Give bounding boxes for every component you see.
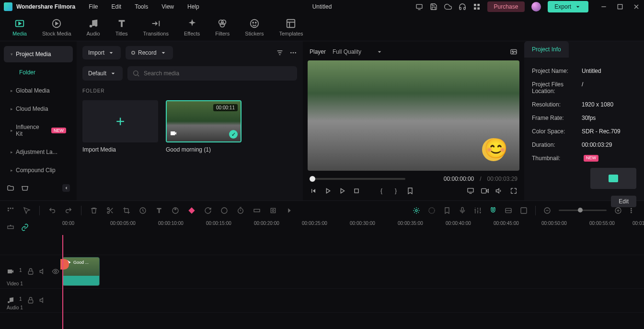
new-folder-icon[interactable] <box>7 184 14 192</box>
video-track[interactable]: 1 Video 1 Good ... <box>0 255 644 289</box>
filter-icon[interactable] <box>276 49 284 57</box>
device-icon[interactable] <box>415 3 423 11</box>
link-track-icon[interactable] <box>505 207 512 214</box>
speed-icon[interactable] <box>139 207 147 214</box>
magnetic-icon[interactable] <box>489 207 497 214</box>
sidebar-cloud-media[interactable]: ▸Cloud Media <box>4 101 73 117</box>
more-icon[interactable] <box>289 49 297 57</box>
color-icon[interactable] <box>172 207 179 214</box>
sidebar-folder[interactable]: Folder <box>4 64 73 81</box>
marker-dropdown-icon[interactable] <box>406 187 414 195</box>
crop-icon[interactable] <box>123 207 130 214</box>
tab-media[interactable]: Media <box>8 15 32 39</box>
sidebar-global-media[interactable]: ▸Global Media <box>4 82 73 99</box>
media-clip-card[interactable]: 00:00:11 ✓ Good morning (1) <box>166 100 242 153</box>
split-icon[interactable] <box>106 207 114 214</box>
scrub-bar[interactable] <box>310 178 405 180</box>
save-icon[interactable] <box>430 3 437 11</box>
zoom-slider[interactable] <box>559 210 607 211</box>
sidebar-influence-kit[interactable]: ▸Influence KitNEW <box>4 119 73 142</box>
new-bin-icon[interactable] <box>21 184 29 192</box>
track-icon[interactable] <box>253 207 261 214</box>
fullscreen-icon[interactable] <box>510 187 518 195</box>
undo-icon[interactable] <box>48 207 56 214</box>
menu-view[interactable]: View <box>161 3 174 10</box>
playhead[interactable] <box>62 235 63 329</box>
lock-icon[interactable] <box>27 268 34 275</box>
import-media-card[interactable]: + Import Media <box>82 100 158 153</box>
mixer-icon[interactable] <box>474 207 482 214</box>
purchase-button[interactable]: Purchase <box>487 1 525 12</box>
apps-icon[interactable] <box>473 3 481 11</box>
tab-templates[interactable]: Templates <box>274 15 308 39</box>
menu-tools[interactable]: Tools <box>135 3 148 10</box>
project-info-tab[interactable]: Project Info <box>524 41 569 58</box>
audio-track[interactable]: 1 Audio 1 <box>0 289 644 313</box>
prev-frame-icon[interactable] <box>310 187 317 195</box>
thumbnail-preview[interactable] <box>590 168 636 189</box>
timer-icon[interactable] <box>237 207 244 214</box>
sidebar-compound-clip[interactable]: ▸Compound Clip <box>4 162 73 178</box>
mic-icon[interactable] <box>459 207 466 214</box>
user-avatar[interactable] <box>531 2 541 12</box>
play-backward-icon[interactable] <box>324 187 332 195</box>
add-track-icon[interactable] <box>7 223 14 231</box>
link-icon[interactable] <box>21 223 29 231</box>
mute-icon[interactable] <box>39 268 47 275</box>
snapshot-icon[interactable] <box>510 48 518 56</box>
sort-dropdown[interactable]: Default <box>82 66 123 81</box>
focus-icon[interactable] <box>269 207 277 214</box>
delete-icon[interactable] <box>90 207 98 214</box>
tab-stock-media[interactable]: Stock Media <box>37 15 76 39</box>
headphones-icon[interactable] <box>459 3 466 11</box>
expand-icon[interactable] <box>286 207 293 214</box>
marker-icon[interactable] <box>443 207 451 214</box>
quality-dropdown[interactable]: Full Quality <box>333 48 383 56</box>
menu-file[interactable]: File <box>89 3 98 10</box>
keyframe-icon[interactable] <box>188 207 196 214</box>
volume-icon[interactable] <box>495 187 503 195</box>
preview-viewport[interactable] <box>308 60 519 171</box>
stop-icon[interactable] <box>353 187 360 195</box>
mark-in-icon[interactable]: { <box>378 187 385 195</box>
search-input[interactable] <box>127 66 297 81</box>
playhead-handle[interactable] <box>60 259 69 270</box>
text-icon[interactable] <box>155 207 163 214</box>
close-button[interactable] <box>632 3 640 11</box>
menu-help[interactable]: Help <box>187 3 199 10</box>
maximize-button[interactable] <box>616 3 624 11</box>
minimize-button[interactable] <box>600 3 608 11</box>
zoom-in-icon[interactable] <box>614 207 622 214</box>
render-icon[interactable] <box>520 207 528 214</box>
redo-icon[interactable] <box>65 207 72 214</box>
enhance-icon[interactable] <box>428 207 436 214</box>
arrange-icon[interactable] <box>7 207 14 214</box>
tab-audio[interactable]: Audio <box>82 15 105 39</box>
sidebar-adjustment-layer[interactable]: ▸Adjustment La... <box>4 144 73 160</box>
zoom-out-icon[interactable] <box>543 207 551 214</box>
import-dropdown[interactable]: Import <box>82 46 121 59</box>
view-options-icon[interactable] <box>630 207 637 214</box>
audio-mute-icon[interactable] <box>39 296 47 304</box>
export-button[interactable]: Export <box>548 1 588 12</box>
audio-lock-icon[interactable] <box>27 296 34 304</box>
rotate-icon[interactable] <box>204 207 212 214</box>
record-dropdown[interactable]: Record <box>126 46 173 59</box>
color-match-icon[interactable] <box>220 207 228 214</box>
cloud-icon[interactable] <box>444 3 452 11</box>
tab-effects[interactable]: Effects <box>179 15 205 39</box>
menu-edit[interactable]: Edit <box>111 3 121 10</box>
ai-icon[interactable] <box>413 207 420 214</box>
camera-icon[interactable] <box>481 187 489 195</box>
play-icon[interactable] <box>338 187 346 195</box>
display-icon[interactable] <box>467 187 474 195</box>
collapse-sidebar-icon[interactable] <box>62 184 70 192</box>
sidebar-project-media[interactable]: ▾Project Media <box>4 46 73 62</box>
eye-icon[interactable] <box>52 268 59 275</box>
mark-out-icon[interactable]: } <box>392 187 400 195</box>
tab-stickers[interactable]: Stickers <box>240 15 268 39</box>
select-tool-icon[interactable] <box>23 207 31 214</box>
tab-filters[interactable]: Filters <box>210 15 234 39</box>
tab-transitions[interactable]: Transitions <box>138 15 173 39</box>
tab-titles[interactable]: Titles <box>111 15 133 39</box>
